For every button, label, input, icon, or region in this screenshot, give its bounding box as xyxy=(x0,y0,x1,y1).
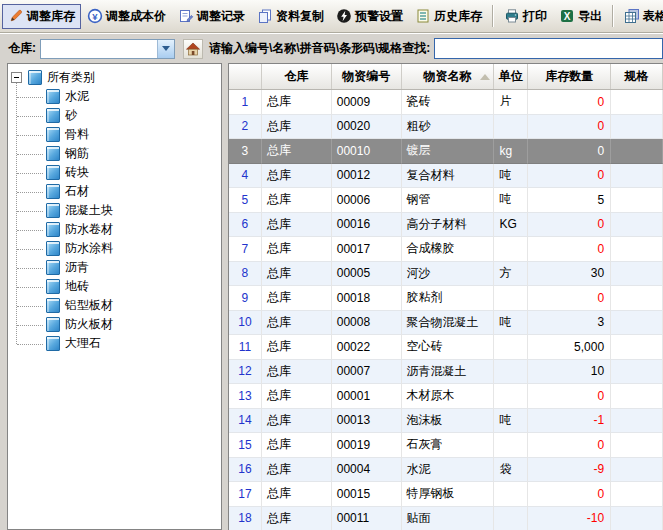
column-header-物资名称[interactable]: 物资名称 xyxy=(402,64,495,89)
toolbar-button-pencil[interactable]: 调整库存 xyxy=(2,4,81,29)
table-row[interactable]: 10总库00008聚合物混凝土吨3 xyxy=(229,311,663,336)
table-row[interactable]: 8总库00005河沙方30 xyxy=(229,262,663,287)
tree-item[interactable]: 水泥 xyxy=(8,87,89,106)
cell-qty: -9 xyxy=(528,458,611,483)
cell-num: 7 xyxy=(229,237,262,262)
column-header-单位[interactable]: 单位 xyxy=(494,64,528,89)
toolbar-button-history[interactable]: 历史库存 xyxy=(409,4,488,29)
table-row[interactable]: 17总库00015特厚钢板0 xyxy=(229,482,663,507)
cell-qty: 0 xyxy=(528,482,611,507)
tree-item-label: 骨料 xyxy=(65,126,89,143)
table-row[interactable]: 15总库00019石灰膏0 xyxy=(229,433,663,458)
cell-unit: 吨 xyxy=(494,188,528,213)
cell-spec xyxy=(611,507,663,530)
toolbar-button-excel[interactable]: X导出 xyxy=(553,4,608,29)
column-header-label: 规格 xyxy=(625,68,649,85)
cell-name: 泡沫板 xyxy=(402,409,495,434)
tree-item[interactable]: 混凝土块 xyxy=(8,201,113,220)
column-header-rownum[interactable] xyxy=(229,64,262,89)
tree-item-label: 铝型板材 xyxy=(65,297,113,314)
table-row[interactable]: 12总库00007沥青混凝土10 xyxy=(229,360,663,385)
tree-item[interactable]: 砂 xyxy=(8,106,77,125)
table-row[interactable]: 18总库00011贴面-10 xyxy=(229,507,663,530)
table-row[interactable]: 14总库00013泡沫板吨-1 xyxy=(229,409,663,434)
column-header-规格[interactable]: 规格 xyxy=(611,64,663,89)
tree-item-label: 地砖 xyxy=(65,278,89,295)
tree-item[interactable]: 地砖 xyxy=(8,277,89,296)
cell-spec xyxy=(611,384,663,409)
tree-item-root[interactable]: 所有类别 xyxy=(8,68,95,87)
home-button[interactable] xyxy=(183,39,203,59)
cell-name: 木材原木 xyxy=(402,384,495,409)
tree-item-label: 石材 xyxy=(65,183,89,200)
cell-code: 00012 xyxy=(332,164,402,189)
cell-code: 00017 xyxy=(332,237,402,262)
tree-item-label: 砖块 xyxy=(65,164,89,181)
tree-item[interactable]: 防火板材 xyxy=(8,315,113,334)
toolbar-button-yen[interactable]: ¥调整成本价 xyxy=(81,4,172,29)
cell-qty: 0 xyxy=(528,286,611,311)
tree-item[interactable]: 砖块 xyxy=(8,163,89,182)
table-row[interactable]: 2总库00020粗砂0 xyxy=(229,115,663,140)
search-input[interactable] xyxy=(434,38,663,59)
cell-code: 00022 xyxy=(332,335,402,360)
table-row[interactable]: 9总库00018胶粘剂0 xyxy=(229,286,663,311)
toolbar-button-print[interactable]: 打印 xyxy=(498,4,553,29)
toolbar-button-label: 表格设置 xyxy=(643,8,663,25)
table-row[interactable]: 5总库00006钢管吨5 xyxy=(229,188,663,213)
cell-warehouse: 总库 xyxy=(262,384,332,409)
table-row[interactable]: 1总库00009瓷砖片0 xyxy=(229,90,663,115)
cell-qty: 0 xyxy=(528,164,611,189)
cell-warehouse: 总库 xyxy=(262,90,332,115)
tree-item[interactable]: 沥青 xyxy=(8,258,89,277)
column-header-库存数量[interactable]: 库存数量 xyxy=(528,64,611,89)
cell-warehouse: 总库 xyxy=(262,188,332,213)
filter-bar: 仓库: 请输入编号\名称\拼音码\条形码\规格查找: xyxy=(0,33,663,63)
tree-item[interactable]: 骨料 xyxy=(8,125,89,144)
table-row[interactable]: 7总库00017合成橡胶0 xyxy=(229,237,663,262)
inventory-table: 仓库物资编号物资名称单位库存数量规格 1总库00009瓷砖片02总库00020粗… xyxy=(228,63,663,530)
warehouse-label: 仓库: xyxy=(8,40,36,57)
toolbar-button-alert[interactable]: 预警设置 xyxy=(330,4,409,29)
combobox-dropdown-button[interactable] xyxy=(157,40,174,58)
cell-code: 00011 xyxy=(332,507,402,530)
table-row[interactable]: 3总库00010镀层kg0 xyxy=(229,139,663,164)
cell-warehouse: 总库 xyxy=(262,482,332,507)
cell-spec xyxy=(611,213,663,238)
table-row[interactable]: 13总库00001木材原木0 xyxy=(229,384,663,409)
tree-item[interactable]: 钢筋 xyxy=(8,144,89,163)
toolbar-button-copy[interactable]: 资料复制 xyxy=(251,4,330,29)
cell-unit xyxy=(494,237,528,262)
category-icon xyxy=(46,241,60,256)
column-header-物资编号[interactable]: 物资编号 xyxy=(332,64,402,89)
table-row[interactable]: 16总库00004水泥袋-9 xyxy=(229,458,663,483)
cell-name: 聚合物混凝土 xyxy=(402,311,495,336)
column-header-仓库[interactable]: 仓库 xyxy=(262,64,332,89)
cell-warehouse: 总库 xyxy=(262,409,332,434)
cell-qty: 0 xyxy=(528,213,611,238)
cell-unit: 片 xyxy=(494,90,528,115)
toolbar-button-table-settings[interactable]: 表格设置 xyxy=(618,4,663,29)
toolbar-button-edit-record[interactable]: 调整记录 xyxy=(172,4,251,29)
cell-qty: 30 xyxy=(528,262,611,287)
cell-num: 17 xyxy=(229,482,262,507)
warehouse-combobox[interactable] xyxy=(40,39,175,59)
cell-warehouse: 总库 xyxy=(262,286,332,311)
table-row[interactable]: 6总库00016高分子材料KG0 xyxy=(229,213,663,238)
column-header-label: 单位 xyxy=(499,68,523,85)
cell-unit xyxy=(494,335,528,360)
tree-item[interactable]: 防水涂料 xyxy=(8,239,113,258)
tree-item[interactable]: 铝型板材 xyxy=(8,296,113,315)
cell-name: 水泥 xyxy=(402,458,495,483)
cell-qty: 0 xyxy=(528,139,611,164)
cell-spec xyxy=(611,237,663,262)
tree-item[interactable]: 防水卷材 xyxy=(8,220,113,239)
tree-item[interactable]: 大理石 xyxy=(8,334,101,353)
cell-unit: 方 xyxy=(494,262,528,287)
table-row[interactable]: 4总库00012复合材料吨0 xyxy=(229,164,663,189)
table-row[interactable]: 11总库00022空心砖5,000 xyxy=(229,335,663,360)
tree-item[interactable]: 石材 xyxy=(8,182,89,201)
column-header-label: 物资编号 xyxy=(342,68,390,85)
category-icon xyxy=(46,127,60,142)
cell-unit xyxy=(494,482,528,507)
